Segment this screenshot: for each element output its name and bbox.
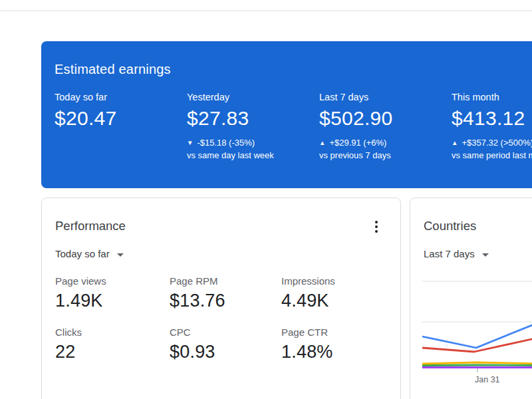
- earnings-delta-text: +$357.32 (>500%): [462, 138, 532, 148]
- earnings-delta: ▲ +$29.91 (+6%): [319, 138, 452, 148]
- earnings-value: $20.47: [55, 107, 187, 130]
- countries-range-label: Last 7 days: [424, 247, 475, 261]
- earnings-col-last-7-days: Last 7 days $502.90 ▲ +$29.91 (+6%) vs p…: [319, 91, 452, 160]
- metric-page-views: Page views 1.49K: [55, 275, 170, 311]
- metric-impressions: Impressions 4.49K: [281, 275, 387, 311]
- performance-metrics-grid: Page views 1.49K Page RPM $13.76 Impress…: [55, 275, 387, 362]
- earnings-col-yesterday: Yesterday $27.83 ▼ -$15.18 (-35%) vs sam…: [187, 91, 319, 160]
- metric-cpc: CPC $0.93: [170, 326, 281, 362]
- earnings-columns: Today so far $20.47 Yesterday $27.83 ▼ -…: [55, 91, 532, 160]
- earnings-compare-text: vs same day last week: [187, 150, 319, 160]
- chevron-down-icon: [482, 253, 489, 257]
- performance-range-label: Today so far: [55, 247, 110, 261]
- estimated-earnings-title: Estimated earnings: [55, 61, 532, 77]
- earnings-value: $502.90: [319, 107, 452, 130]
- countries-card: Countries Last 7 days Jan 31: [410, 198, 532, 399]
- metric-label: Page CTR: [281, 326, 387, 338]
- metric-page-ctr: Page CTR 1.48%: [281, 326, 387, 362]
- more-options-icon[interactable]: [374, 219, 379, 234]
- earnings-delta-text: +$29.91 (+6%): [329, 138, 386, 148]
- estimated-earnings-card: Estimated earnings Today so far $20.47 Y…: [41, 41, 532, 188]
- metric-label: Page views: [55, 275, 170, 287]
- metric-value: $0.93: [170, 342, 281, 362]
- chart-x-tick-label: Jan 31: [475, 375, 500, 384]
- earnings-period-label: This month: [452, 91, 532, 103]
- metric-value: 1.49K: [55, 291, 170, 311]
- earnings-col-today: Today so far $20.47: [55, 91, 187, 160]
- countries-card-title: Countries: [424, 219, 532, 233]
- earnings-period-label: Last 7 days: [319, 91, 452, 103]
- earnings-value: $27.83: [187, 107, 319, 130]
- performance-range-selector[interactable]: Today so far: [55, 247, 124, 261]
- earnings-col-this-month: This month $413.12 ▲ +$357.32 (>500%) vs…: [452, 91, 532, 160]
- metric-clicks: Clicks 22: [55, 326, 170, 362]
- earnings-delta: ▲ +$357.32 (>500%): [452, 138, 532, 148]
- metric-label: CPC: [170, 326, 281, 338]
- earnings-compare-text: vs same period last month: [452, 150, 532, 160]
- trend-up-icon: ▲: [319, 138, 325, 148]
- earnings-value: $413.12: [452, 107, 532, 130]
- trend-up-icon: ▲: [452, 138, 458, 148]
- adsense-home-page: { "colors": { "earnings_card_bg": "#1967…: [0, 0, 532, 399]
- metric-label: Clicks: [55, 326, 170, 338]
- earnings-period-label: Yesterday: [187, 91, 319, 103]
- earnings-period-label: Today so far: [55, 91, 187, 103]
- earnings-delta-text: -$15.18 (-35%): [197, 138, 255, 148]
- chevron-down-icon: [117, 253, 124, 257]
- metric-value: 22: [55, 342, 170, 362]
- countries-range-selector[interactable]: Last 7 days: [424, 247, 489, 261]
- trend-down-icon: ▼: [187, 138, 193, 148]
- earnings-compare-text: vs previous 7 days: [319, 150, 452, 160]
- metric-page-rpm: Page RPM $13.76: [170, 275, 281, 311]
- performance-card: Performance Today so far Page views 1.49…: [41, 198, 401, 399]
- metric-value: $13.76: [170, 291, 281, 311]
- performance-card-title: Performance: [55, 219, 387, 233]
- header-divider: [0, 10, 532, 11]
- metric-label: Impressions: [281, 275, 387, 287]
- earnings-delta: ▼ -$15.18 (-35%): [187, 138, 319, 148]
- metric-value: 4.49K: [281, 291, 387, 311]
- metric-label: Page RPM: [170, 275, 281, 287]
- metric-value: 1.48%: [281, 342, 387, 362]
